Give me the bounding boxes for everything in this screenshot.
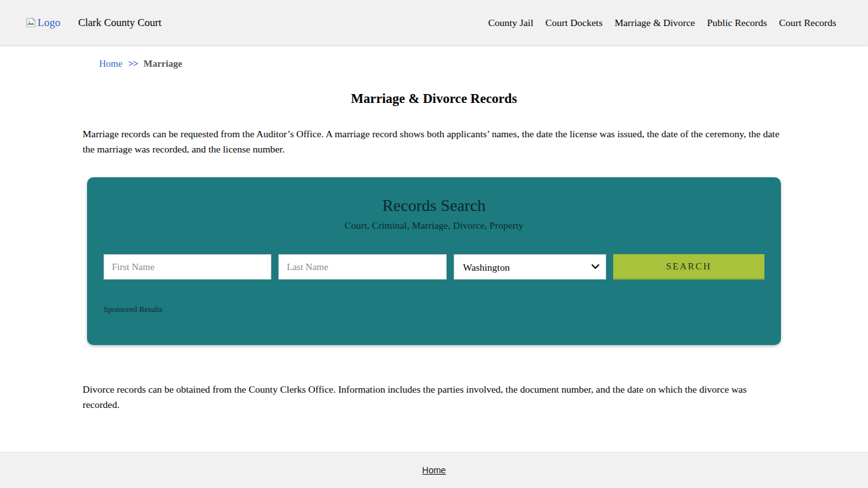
intro-paragraph: Marriage records can be requested from t… <box>83 126 785 157</box>
logo-link[interactable]: Logo <box>25 17 60 29</box>
breadcrumb-separator: >> <box>128 58 138 69</box>
main-content: Home >> Marriage Marriage & Divorce Reco… <box>83 46 785 412</box>
state-select[interactable]: Washington <box>454 255 606 279</box>
records-search-panel: Records Search Court, Criminal, Marriage… <box>87 177 781 345</box>
breadcrumb-current: Marriage <box>144 58 182 69</box>
nav-court-dockets[interactable]: Court Dockets <box>545 17 602 29</box>
breadcrumb: Home >> Marriage <box>83 46 785 69</box>
logo-alt-text: Logo <box>37 17 60 29</box>
main-nav: County Jail Court Dockets Marriage & Div… <box>488 17 836 29</box>
state-select-wrap: Washington <box>454 254 606 280</box>
footer-home-link[interactable]: Home <box>422 465 445 475</box>
nav-county-jail[interactable]: County Jail <box>488 17 533 29</box>
sponsored-results-label: Sponsored Results <box>104 305 764 315</box>
header: Logo Clark County Court County Jail Cour… <box>0 0 868 46</box>
panel-title: Records Search <box>104 196 764 215</box>
nav-marriage-divorce[interactable]: Marriage & Divorce <box>614 17 695 29</box>
page-title: Marriage & Divorce Records <box>83 91 785 107</box>
search-button[interactable]: SEARCH <box>613 254 764 280</box>
panel-subtitle: Court, Criminal, Marriage, Divorce, Prop… <box>104 220 764 231</box>
outro-paragraph: Divorce records can be obtained from the… <box>83 382 785 412</box>
last-name-input[interactable] <box>278 254 446 280</box>
site-title: Clark County Court <box>78 17 161 29</box>
footer: Home <box>0 452 868 488</box>
broken-image-icon <box>25 17 36 28</box>
breadcrumb-home-link[interactable]: Home <box>99 58 123 69</box>
nav-public-records[interactable]: Public Records <box>707 17 767 29</box>
search-form: Washington SEARCH <box>104 254 764 280</box>
first-name-input[interactable] <box>104 254 271 280</box>
nav-court-records[interactable]: Court Records <box>779 17 836 29</box>
